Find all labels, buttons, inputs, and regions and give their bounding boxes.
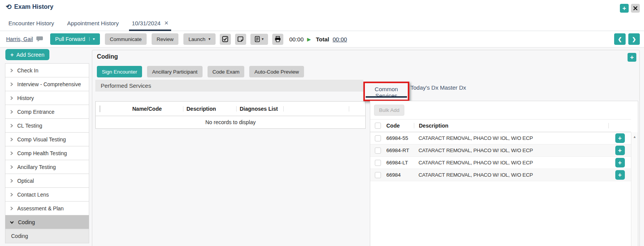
row-checkbox[interactable] [375,148,381,154]
sign-encounter-button[interactable]: Sign Encounter [97,66,142,77]
launch-button[interactable]: Launch ▾ [183,33,215,45]
sidebar-item-label: CL Testing [17,123,42,129]
service-row[interactable]: 66984-LT CATARACT REMOVAL, PHACO W/ IOL,… [370,157,631,169]
visit-timer: 00:00 ▶ Total 00:00 [289,36,347,43]
review-label: Review [157,36,173,42]
ancillary-participant-button[interactable]: Ancillary Participant [147,66,203,77]
checkbox-check-icon [222,36,228,42]
performed-services-header-row: Name/Code Description Diagnoses List [96,102,365,116]
sidebar-item-contact-lens[interactable]: Contact Lens [5,187,89,202]
print-button[interactable] [272,34,283,45]
add-service-button[interactable]: + [615,158,625,167]
common-services-panel: Bulk Add Code Description 66984-55 CATAR… [370,101,638,246]
sidebar-item-comp-visual-testing[interactable]: Comp Visual Testing [5,132,89,146]
sidebar-item-assessment-plan[interactable]: Assessment & Plan [5,201,89,215]
services-table-body: 66984-55 CATARACT REMOVAL, PHACO W/ IOL,… [370,132,631,181]
add-service-button[interactable]: + [615,170,625,180]
code-exam-label: Code Exam [212,69,240,75]
bulk-add-button[interactable]: Bulk Add [374,105,404,116]
sidebar-subitem-coding[interactable]: Coding [5,229,89,243]
sidebar-item-label: Comp Entrance [17,109,54,115]
plus-icon: + [618,172,621,179]
chevron-down-icon: ▾ [208,37,210,41]
timer-value: 00:00 [289,36,304,43]
communicate-button[interactable]: Communicate [105,33,147,45]
sidebar-item-optical[interactable]: Optical [5,174,89,188]
column-code[interactable]: Code [386,123,414,129]
printer-icon [275,36,281,42]
sidebar-item-interview[interactable]: Interview - Comprehensive [5,77,89,91]
active-tab-underline [366,96,407,98]
sidebar-item-history[interactable]: History [5,91,89,105]
service-row[interactable]: 66984-RT CATARACT REMOVAL, PHACO W/ IOL,… [370,144,631,157]
bulk-add-label: Bulk Add [379,107,399,113]
add-service-button[interactable]: + [615,133,625,143]
chevron-right-icon [10,206,13,211]
row-checkbox[interactable] [375,160,381,166]
column-description[interactable]: Description [414,123,608,129]
column-description[interactable]: Description [183,106,236,112]
vertical-scrollbar[interactable]: ▲ [631,132,638,246]
performed-services-header: Performed Services [95,80,363,92]
auto-code-preview-button[interactable]: Auto-Code Preview [249,66,304,77]
sidebar-item-label: Comp Health Testing [17,150,67,156]
chevron-right-icon [10,68,13,73]
history-icon: ⟲ [6,3,11,10]
document-dropdown-button[interactable]: ▾ [250,34,268,45]
add-screen-button[interactable]: + Add Screen [5,49,49,60]
tab-appointment-history[interactable]: Appointment History [67,15,119,31]
screen-navigation-list: Check In Interview - Comprehensive Histo… [5,63,89,243]
tab-encounter-date[interactable]: 10/31/2024 × [132,15,168,31]
exam-history-window: ⟲ Exam History + Encounter History Appoi… [0,0,644,246]
tab-close-icon[interactable]: × [164,20,168,26]
tab-label: Encounter History [8,20,54,26]
column-divider [349,106,349,112]
sidebar-item-label: Contact Lens [17,192,49,198]
service-description: CATARACT REMOVAL, PHACO W/ IOL, W/O ECP [414,160,609,166]
next-screen-button[interactable]: ❯ [628,33,640,45]
tasks-checkbox-button[interactable] [220,34,231,45]
add-service-button[interactable]: + [615,146,625,155]
row-checkbox[interactable] [375,172,381,178]
sidebar-item-coding-expanded[interactable]: Coding [5,215,89,229]
sidebar-item-comp-health-testing[interactable]: Comp Health Testing [5,146,89,160]
scroll-up-icon[interactable]: ▲ [633,135,636,246]
tab-master-dx[interactable]: Master Dx [440,84,466,91]
patient-name-link[interactable]: Harris, Gail [6,36,33,42]
chevron-down-icon[interactable]: ▾ [89,37,95,41]
sidebar-item-comp-entrance[interactable]: Comp Entrance [5,105,89,119]
column-diagnoses-list[interactable]: Diagnoses List [237,106,283,112]
row-checkbox[interactable] [375,135,381,141]
sidebar-item-ancillary-testing[interactable]: Ancillary Testing [5,160,89,174]
chevron-right-icon: ❯ [632,36,636,42]
sidebar-item-cl-testing[interactable]: CL Testing [5,118,89,133]
sticky-note-icon [237,36,244,42]
service-row[interactable]: 66984 CATARACT REMOVAL, PHACO W/ IOL, W/… [370,169,631,181]
play-icon[interactable]: ▶ [307,36,311,42]
window-close-button[interactable] [631,4,640,13]
chevron-right-icon [10,96,13,100]
tab-bar: Encounter History Appointment History 10… [0,15,644,31]
page-title-text: Exam History [14,3,53,10]
tab-todays-dx[interactable]: Today's Dx [410,84,438,91]
sidebar-item-check-in[interactable]: Check In [5,63,89,77]
column-name-code[interactable]: Name/Code [111,106,183,112]
prev-screen-button[interactable]: ❮ [614,33,626,45]
select-all-checkbox[interactable] [100,105,100,112]
coding-add-button[interactable]: + [628,53,636,62]
tab-encounter-history[interactable]: Encounter History [8,15,54,31]
sidebar-item-label: History [17,95,34,101]
window-add-button[interactable]: + [620,4,629,13]
review-button[interactable]: Review [152,33,178,45]
select-all-checkbox[interactable] [375,123,381,129]
sidebar-item-label: Coding [18,219,35,225]
column-divider [283,106,284,112]
note-button[interactable] [235,34,246,45]
comment-icon[interactable] [36,36,44,42]
code-exam-button[interactable]: Code Exam [208,66,245,77]
pull-forward-button[interactable]: Pull Forward ▾ [50,33,100,45]
service-row[interactable]: 66984-55 CATARACT REMOVAL, PHACO W/ IOL,… [370,132,631,144]
common-services-highlight-box: Common Services [363,82,409,101]
total-time-link[interactable]: 00:00 [333,36,347,43]
plus-icon: + [618,147,621,154]
